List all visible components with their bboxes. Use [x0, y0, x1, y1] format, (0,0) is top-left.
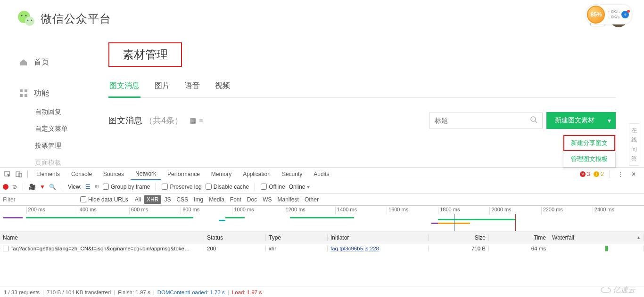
- sidebar-label: 功能: [34, 88, 49, 98]
- search-icon[interactable]: 🔍: [49, 184, 56, 190]
- tab-audio[interactable]: 语音: [184, 77, 201, 97]
- content-title: 图文消息: [108, 115, 142, 126]
- throttle-select[interactable]: Online ▾: [289, 184, 310, 190]
- ftype-ws[interactable]: WS: [260, 195, 274, 204]
- initiator-link[interactable]: faq.tpl3c96b5.js:228: [330, 246, 379, 251]
- ftype-css[interactable]: CSS: [173, 195, 191, 204]
- sidebar: 首页 功能 自动回复 自定义菜单 投票管理 页面模板: [0, 38, 108, 171]
- new-article-caret-button[interactable]: ▾: [603, 112, 616, 129]
- page-title: 素材管理: [108, 42, 182, 67]
- tab-images[interactable]: 图片: [154, 77, 171, 97]
- brand-title: 微信公众平台: [41, 11, 111, 26]
- sidebar-sub-template[interactable]: 页面模板: [35, 154, 108, 171]
- main-content: 素材管理 图文消息 图片 语音 视频 图文消息 （共4条） ▦ ≡: [108, 38, 644, 171]
- devtools-statusbar: 1 / 33 requests| 710 B / 104 KB transfer…: [0, 287, 644, 297]
- ftype-font[interactable]: Font: [227, 195, 244, 204]
- request-table-header[interactable]: Name Status Type Initiator Size Time Wat…: [0, 232, 644, 243]
- overlay-plus-icon[interactable]: +: [621, 11, 629, 18]
- view-large-icon[interactable]: ☰: [85, 184, 91, 190]
- list-view-icon[interactable]: ≡: [199, 116, 203, 125]
- col-waterfall[interactable]: Waterfall▲: [549, 234, 644, 241]
- col-time[interactable]: Time: [489, 234, 549, 241]
- ftype-manifest[interactable]: Manifest: [275, 195, 302, 204]
- sidebar-sub-custommenu[interactable]: 自定义菜单: [35, 120, 108, 137]
- devtools-panel: Elements Console Sources Network Perform…: [0, 168, 644, 297]
- tab-articles[interactable]: 图文消息: [108, 77, 140, 98]
- clear-button[interactable]: ⊘: [12, 184, 17, 190]
- view-toggle: ▦ ≡: [190, 116, 203, 125]
- ftype-xhr[interactable]: XHR: [144, 195, 161, 204]
- ftype-doc[interactable]: Doc: [244, 195, 260, 204]
- sidebar-sub-vote[interactable]: 投票管理: [35, 137, 108, 154]
- ftype-js[interactable]: JS: [161, 195, 173, 204]
- request-row[interactable]: faq?action=getfaq&lang=zh_CN&f=json&cgin…: [0, 243, 644, 254]
- ftype-media[interactable]: Media: [206, 195, 227, 204]
- sidebar-item-home[interactable]: 首页: [19, 52, 108, 72]
- search-icon[interactable]: [530, 116, 537, 125]
- chevron-down-icon: ▾: [608, 117, 611, 124]
- col-size[interactable]: Size: [429, 234, 489, 241]
- col-initiator[interactable]: Initiator: [328, 234, 429, 241]
- network-timeline[interactable]: 200 ms 400 ms 600 ms 800 ms 1000 ms 1200…: [0, 206, 644, 232]
- wechat-header: 微信公众平台: [0, 0, 644, 38]
- dropdown-manage-templates[interactable]: 管理图文模板: [563, 151, 615, 167]
- svg-rect-8: [25, 89, 27, 92]
- sidebar-item-features[interactable]: 功能: [19, 83, 108, 104]
- filter-row: Hide data URLs All XHR JS CSS Img Media …: [0, 193, 644, 206]
- tab-video[interactable]: 视频: [214, 77, 231, 97]
- preserve-log-checkbox[interactable]: Preserve log: [162, 184, 201, 190]
- col-status[interactable]: Status: [204, 234, 266, 241]
- error-count[interactable]: ✕3: [580, 171, 590, 177]
- network-toolbar: ⊘ 🎥 ▼ 🔍 View: ☰ ≋ Group by frame Preserv…: [0, 180, 644, 193]
- ftype-all[interactable]: All: [132, 195, 144, 204]
- grid-view-icon[interactable]: ▦: [190, 116, 196, 125]
- svg-rect-9: [20, 94, 23, 97]
- col-type[interactable]: Type: [266, 234, 328, 241]
- ftype-img[interactable]: Img: [191, 195, 206, 204]
- group-by-frame-checkbox[interactable]: Group by frame: [103, 184, 150, 190]
- search-input[interactable]: [435, 117, 530, 124]
- hide-data-urls-checkbox[interactable]: Hide data URLs: [80, 196, 128, 203]
- sidebar-sub-autoreply[interactable]: 自动回复: [35, 104, 108, 120]
- view-label: View:: [68, 184, 82, 190]
- filter-icon[interactable]: ▼: [40, 184, 45, 190]
- svg-point-1: [25, 16, 34, 26]
- system-overlay-widget[interactable]: 85% 0K/s 0K/s +: [586, 5, 632, 24]
- wechat-logo-icon: [17, 9, 36, 28]
- warning-count[interactable]: !2: [594, 171, 604, 177]
- search-box[interactable]: [429, 112, 543, 129]
- overlay-speed: 0K/s 0K/s: [608, 9, 619, 20]
- svg-point-4: [27, 20, 29, 21]
- watermark: 亿速云: [601, 285, 636, 295]
- online-help-float[interactable]: 在线问答: [629, 123, 639, 166]
- record-button[interactable]: [3, 184, 8, 190]
- content-count: （共4条）: [144, 115, 183, 126]
- home-icon: [19, 57, 28, 67]
- svg-rect-14: [16, 172, 20, 177]
- offline-checkbox[interactable]: Offline: [261, 184, 285, 190]
- svg-point-5: [31, 20, 33, 21]
- chevron-down-icon: ▾: [307, 184, 310, 190]
- waterfall-bar: [605, 246, 608, 251]
- content-tabs: 图文消息 图片 语音 视频: [108, 77, 616, 98]
- disable-cache-checkbox[interactable]: Disable cache: [206, 184, 249, 190]
- grid-icon: [19, 88, 28, 98]
- svg-rect-7: [20, 89, 23, 92]
- sort-asc-icon: ▲: [636, 235, 641, 240]
- col-name[interactable]: Name: [0, 234, 204, 241]
- view-small-icon[interactable]: ≋: [94, 184, 99, 190]
- svg-line-12: [535, 121, 537, 123]
- svg-rect-10: [25, 94, 27, 97]
- overlay-percent: 85%: [587, 6, 605, 24]
- svg-point-2: [21, 15, 22, 16]
- new-article-button[interactable]: 新建图文素材: [546, 112, 603, 129]
- ftype-other[interactable]: Other: [302, 195, 322, 204]
- brand: 微信公众平台: [17, 9, 111, 28]
- dropdown-new-share[interactable]: 新建分享图文: [563, 135, 615, 151]
- svg-point-11: [531, 117, 536, 121]
- sidebar-label: 首页: [34, 57, 49, 67]
- camera-icon[interactable]: 🎥: [29, 184, 36, 190]
- new-article-dropdown: 新建分享图文 管理图文模板: [563, 135, 616, 168]
- file-icon: [3, 246, 8, 251]
- filter-input[interactable]: [0, 196, 80, 203]
